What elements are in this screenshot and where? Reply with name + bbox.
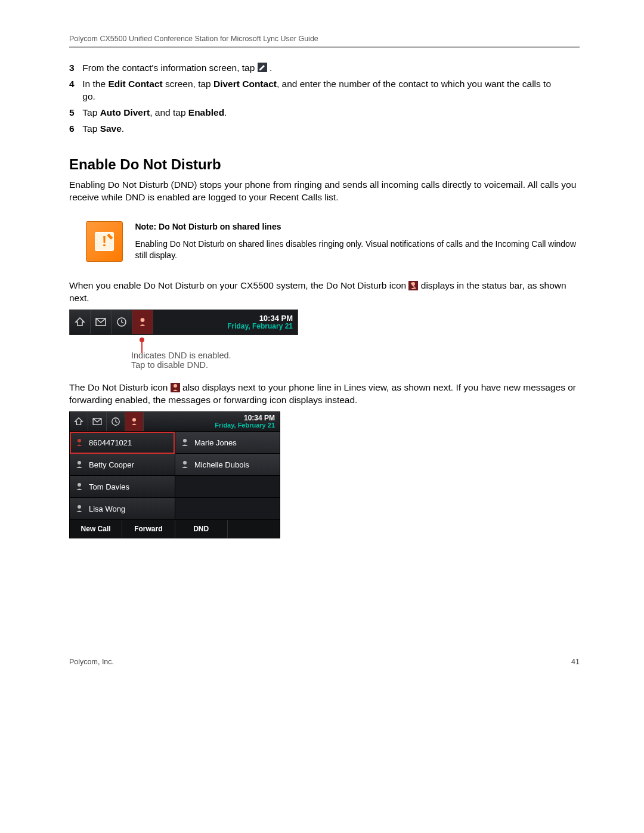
text: When you enable Do Not Disturb on your C…	[69, 280, 408, 290]
mail-icon[interactable]	[91, 310, 112, 334]
line-cell[interactable]: Tom Davies	[70, 476, 175, 498]
step-text: screen, tap	[163, 79, 213, 89]
empty-cell	[175, 476, 280, 498]
note-title: Note: Do Not Disturb on shared lines	[135, 221, 580, 233]
line-cell[interactable]: Lisa Wong	[70, 498, 175, 520]
statusbar-example: 10:34 PM Friday, February 21	[69, 309, 298, 335]
softkey-newcall[interactable]: New Call	[70, 520, 122, 538]
dnd-icon	[75, 438, 84, 447]
step-text: Tap	[82, 107, 100, 117]
section-title: Enable Do Not Disturb	[69, 156, 580, 173]
home-icon[interactable]	[70, 412, 88, 431]
svg-point-13	[78, 483, 81, 487]
softkey-empty	[228, 520, 280, 538]
step-text: .	[270, 63, 272, 73]
line-label: 8604471021	[89, 438, 132, 447]
line-label: Tom Davies	[89, 482, 129, 491]
line-cell[interactable]: Marie Jones	[175, 432, 280, 454]
svg-point-11	[78, 439, 81, 442]
step-number: 6	[69, 123, 80, 135]
line-label: Betty Cooper	[89, 460, 134, 469]
line-cell[interactable]: 8604471021	[70, 432, 175, 454]
step-bold: Enabled	[188, 107, 224, 117]
step-text: .	[122, 123, 124, 134]
paragraph: The Do Not Disturb icon also displays ne…	[69, 382, 580, 407]
line-label: Michelle Dubois	[194, 460, 249, 469]
step-bold: Edit Contact	[108, 79, 162, 89]
page-header: Polycom CX5500 Unified Conference Statio…	[69, 35, 580, 43]
softkey-forward[interactable]: Forward	[122, 520, 175, 538]
mail-icon[interactable]	[88, 412, 107, 431]
footer-page-number: 41	[571, 658, 580, 666]
edit-icon	[258, 63, 267, 72]
header-rule	[69, 47, 580, 48]
note-body: Enabling Do Not Disturb on shared lines …	[135, 239, 580, 261]
step-text: Tap	[82, 123, 100, 134]
person-icon	[75, 504, 84, 513]
step-number: 4	[69, 78, 80, 91]
step-text: , and tap	[150, 107, 188, 117]
svg-point-14	[78, 505, 81, 509]
svg-point-10	[132, 418, 136, 422]
callout-text: Indicates DND is enabled.	[131, 351, 580, 360]
statusbar-time: 10:34 PM	[227, 314, 293, 323]
callout-pointer	[141, 337, 580, 351]
clock-icon[interactable]	[112, 310, 132, 334]
footer-company: Polycom, Inc.	[69, 658, 114, 666]
step-6: 6 Tap Save.	[69, 123, 580, 135]
paragraph: Enabling Do Not Disturb (DND) stops your…	[69, 179, 580, 204]
svg-point-16	[183, 461, 187, 465]
dnd-icon	[171, 383, 180, 392]
clock-icon[interactable]	[107, 412, 125, 431]
step-number: 3	[69, 62, 80, 75]
person-icon	[75, 460, 84, 469]
step-text: From the contact's information screen, t…	[82, 63, 257, 73]
step-text: In the	[82, 79, 108, 89]
line-label: Lisa Wong	[89, 504, 125, 513]
note-icon: !	[86, 221, 123, 262]
statusbar-date: Friday, February 21	[227, 323, 293, 330]
paragraph: When you enable Do Not Disturb on your C…	[69, 280, 580, 305]
svg-point-7	[174, 384, 177, 388]
person-icon	[180, 460, 190, 469]
note-block: ! Note: Do Not Disturb on shared lines E…	[86, 221, 580, 262]
text: The Do Not Disturb icon	[69, 382, 171, 392]
statusbar-date: Friday, February 21	[215, 422, 275, 429]
line-cell[interactable]: Michelle Dubois	[175, 454, 280, 476]
dnd-status-icon[interactable]	[125, 412, 144, 431]
person-icon	[180, 438, 190, 447]
empty-cell	[175, 498, 280, 520]
step-4: 4 In the Edit Contact screen, tap Divert…	[69, 78, 580, 103]
svg-text:!: !	[102, 233, 107, 249]
step-bold: Auto Divert	[100, 107, 150, 117]
dnd-icon	[408, 281, 418, 290]
svg-point-12	[78, 461, 81, 465]
callout-text: Tap to disable DND.	[131, 360, 580, 370]
svg-point-15	[183, 439, 187, 442]
softkey-dnd[interactable]: DND	[175, 520, 228, 538]
step-bold: Save	[100, 123, 122, 134]
line-cell[interactable]: Betty Cooper	[70, 454, 175, 476]
lines-view-example: 10:34 PM Friday, February 21 8604471021 …	[69, 411, 280, 538]
home-icon[interactable]	[70, 310, 91, 334]
step-text: .	[224, 107, 227, 117]
statusbar-time: 10:34 PM	[215, 414, 275, 422]
line-label: Marie Jones	[194, 438, 237, 447]
step-3: 3 From the contact's information screen,…	[69, 62, 580, 75]
step-5: 5 Tap Auto Divert, and tap Enabled.	[69, 107, 580, 119]
dnd-status-icon[interactable]	[132, 310, 153, 334]
step-bold: Divert Contact	[213, 79, 277, 89]
step-number: 5	[69, 107, 80, 119]
svg-point-6	[141, 318, 145, 322]
person-icon	[75, 482, 84, 491]
